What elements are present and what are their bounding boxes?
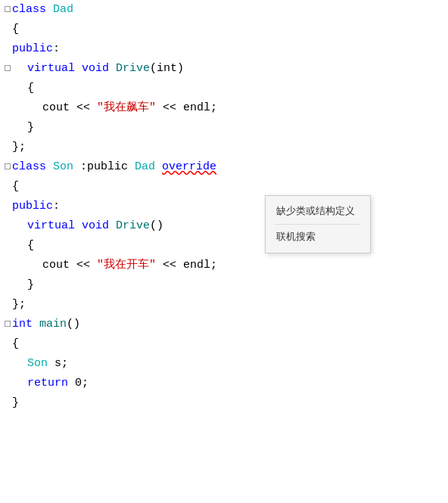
code-token: 0;	[75, 374, 89, 393]
code-line-4: virtual void Drive(int)	[0, 59, 448, 79]
code-line-3: public:	[0, 39, 448, 59]
code-line-2: {	[0, 20, 448, 39]
line-content-13: {	[12, 236, 448, 256]
gutter-4	[3, 65, 12, 71]
params: ()	[150, 216, 163, 236]
line-content-11: public:	[12, 197, 448, 216]
string-literal: "我在开车"	[97, 256, 156, 275]
keyword: int	[12, 315, 39, 334]
code-token: ;	[210, 98, 217, 118]
context-tooltip: 缺少类或结构定义 联机搜索	[265, 195, 371, 253]
keyword-override: override	[162, 157, 216, 177]
gutter-17	[3, 321, 12, 327]
gutter-9	[3, 163, 12, 169]
keyword: void	[82, 216, 116, 236]
line-content-10: {	[12, 177, 448, 197]
code-line-11: public:	[0, 197, 448, 216]
code-line-15: }	[0, 275, 448, 295]
keyword: virtual	[27, 216, 82, 236]
line-content-6: cout << "我在飙车" << endl;	[12, 98, 448, 118]
params: (int)	[150, 59, 184, 79]
code-token: <<	[76, 98, 97, 118]
code-line-9: class Son :public Dad override	[0, 157, 448, 177]
colon: :	[53, 197, 60, 216]
brace: };	[12, 138, 26, 157]
code-token: cout	[42, 256, 76, 275]
keyword: return	[27, 374, 75, 393]
brace: }	[12, 393, 19, 413]
code-token: s;	[48, 354, 68, 374]
code-token: :public	[80, 157, 135, 177]
funcname: Drive	[116, 216, 150, 236]
classname: Son	[27, 354, 48, 374]
classname: Son	[53, 157, 80, 177]
keyword: public	[12, 197, 53, 216]
code-token: <<	[76, 256, 97, 275]
line-content-3: public:	[12, 39, 448, 59]
line-content-20: return 0;	[12, 374, 448, 393]
code-line-14: cout << "我在开车" << endl;	[0, 256, 448, 275]
line-content-16: };	[12, 295, 448, 315]
code-line-16: };	[0, 295, 448, 315]
line-content-2: {	[12, 20, 448, 39]
code-token: cout	[42, 98, 76, 118]
funcname: Drive	[116, 59, 150, 79]
classname: Dad	[53, 0, 73, 20]
params: ()	[67, 315, 80, 334]
brace: {	[12, 334, 19, 354]
line-content-4: virtual void Drive(int)	[12, 59, 448, 79]
brace: {	[12, 177, 19, 197]
keyword: virtual	[27, 59, 82, 79]
keyword: class	[12, 0, 53, 20]
line-content-15: }	[12, 275, 448, 295]
code-line-21: }	[0, 393, 448, 413]
line-content-9: class Son :public Dad override	[12, 157, 448, 177]
code-line-20: return 0;	[0, 374, 448, 393]
code-line-17: int main()	[0, 315, 448, 334]
line-content-19: Son s;	[12, 354, 448, 374]
brace: }	[27, 275, 34, 295]
tooltip-item-online-search[interactable]: 联机搜索	[275, 226, 361, 248]
code-line-7: }	[0, 118, 448, 138]
code-line-10: {	[0, 177, 448, 197]
code-line-19: Son s;	[0, 354, 448, 374]
brace: }	[27, 118, 34, 138]
line-content-5: {	[12, 79, 448, 98]
keyword: class	[12, 157, 53, 177]
gutter-1	[3, 6, 12, 12]
funcname: main	[39, 315, 67, 334]
line-content-7: }	[12, 118, 448, 138]
tooltip-item-missing-class[interactable]: 缺少类或结构定义	[275, 200, 361, 222]
colon: :	[53, 39, 60, 59]
code-line-12: virtual void Drive()	[0, 216, 448, 236]
code-token: ;	[210, 256, 217, 275]
code-line-5: {	[0, 79, 448, 98]
code-token: endl	[183, 98, 210, 118]
line-content-18: {	[12, 334, 448, 354]
line-content-14: cout << "我在开车" << endl;	[12, 256, 448, 275]
code-line-8: };	[0, 138, 448, 157]
line-content-17: int main()	[12, 315, 448, 334]
code-token: <<	[156, 256, 183, 275]
brace: };	[12, 295, 26, 315]
line-content-12: virtual void Drive()	[12, 216, 448, 236]
brace: {	[12, 20, 19, 39]
code-line-18: {	[0, 334, 448, 354]
code-editor: class Dad { public: virtual void Drive(i…	[0, 0, 448, 503]
line-content-8: };	[12, 138, 448, 157]
code-line-13: {	[0, 236, 448, 256]
classname: Dad	[135, 157, 162, 177]
keyword: void	[82, 59, 116, 79]
code-token: endl	[183, 256, 210, 275]
string-literal: "我在飙车"	[97, 98, 156, 118]
code-line-6: cout << "我在飙车" << endl;	[0, 98, 448, 118]
code-token: <<	[156, 98, 183, 118]
line-content-1: class Dad	[12, 0, 448, 20]
brace: {	[27, 236, 34, 256]
line-content-21: }	[12, 393, 448, 413]
tooltip-divider	[275, 224, 361, 225]
keyword: public	[12, 39, 53, 59]
code-line-1: class Dad	[0, 0, 448, 20]
brace: {	[27, 79, 34, 98]
